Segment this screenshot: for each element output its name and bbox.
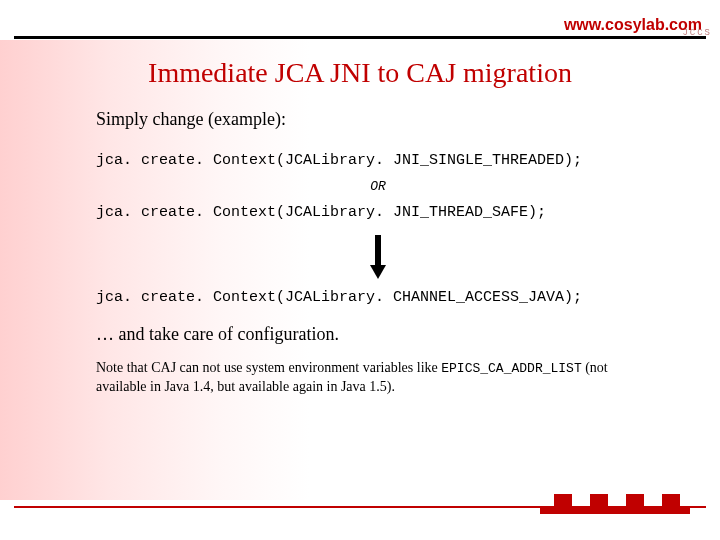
slide-title: Immediate JCA JNI to CAJ migration	[60, 57, 660, 89]
faint-code: JCCS	[682, 28, 712, 38]
code-before-2: jca. create. Context(JCALibrary. JNI_THR…	[96, 204, 660, 221]
code-before-1: jca. create. Context(JCALibrary. JNI_SIN…	[96, 152, 660, 169]
intro-text: Simply change (example):	[96, 109, 660, 130]
arrow-down-icon	[96, 235, 660, 279]
site-url: www.cosylab.com	[564, 16, 702, 34]
header: www.cosylab.com	[0, 0, 720, 34]
or-label: OR	[96, 179, 660, 194]
note-env-var: EPICS_CA_ADDR_LIST	[441, 361, 581, 376]
outro-text: … and take care of configuration.	[96, 324, 660, 345]
content-area: Immediate JCA JNI to CAJ migration Simpl…	[0, 39, 720, 397]
footnote: Note that CAJ can not use system environ…	[96, 359, 660, 397]
code-after: jca. create. Context(JCALibrary. CHANNEL…	[96, 289, 660, 306]
crenellation-icon	[540, 494, 690, 514]
note-pre: Note that CAJ can not use system environ…	[96, 360, 441, 375]
